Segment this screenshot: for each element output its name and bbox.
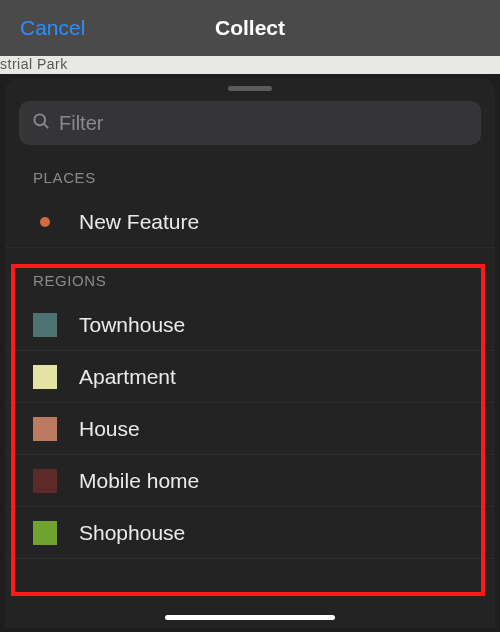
list-item-label: New Feature bbox=[79, 210, 199, 234]
swatch-icon bbox=[33, 365, 57, 389]
collect-sheet: PLACES New Feature REGIONS Townhouse Apa… bbox=[5, 78, 495, 628]
svg-line-1 bbox=[44, 124, 48, 128]
swatch-icon bbox=[33, 469, 57, 493]
list-item-label: Mobile home bbox=[79, 469, 199, 493]
section-header-regions: REGIONS bbox=[5, 266, 495, 299]
map-background: strial Park bbox=[0, 56, 500, 74]
titlebar: Cancel Collect bbox=[0, 0, 500, 56]
search-icon bbox=[31, 111, 51, 135]
list-item-label: Shophouse bbox=[79, 521, 185, 545]
page-title: Collect bbox=[215, 16, 285, 40]
list-item[interactable]: New Feature bbox=[5, 196, 495, 248]
list-item[interactable]: Mobile home bbox=[5, 455, 495, 507]
swatch-icon bbox=[33, 313, 57, 337]
list-item[interactable]: House bbox=[5, 403, 495, 455]
list-item-label: House bbox=[79, 417, 140, 441]
point-symbol-icon bbox=[33, 217, 57, 227]
list-item[interactable]: Shophouse bbox=[5, 507, 495, 559]
list-item[interactable]: Townhouse bbox=[5, 299, 495, 351]
filter-input[interactable] bbox=[59, 112, 469, 135]
list-item-label: Townhouse bbox=[79, 313, 185, 337]
filter-field[interactable] bbox=[19, 101, 481, 145]
list-item[interactable]: Apartment bbox=[5, 351, 495, 403]
home-indicator[interactable] bbox=[165, 615, 335, 620]
section-header-places: PLACES bbox=[5, 163, 495, 196]
list-item-label: Apartment bbox=[79, 365, 176, 389]
swatch-icon bbox=[33, 417, 57, 441]
sheet-grabber[interactable] bbox=[228, 86, 272, 91]
cancel-button[interactable]: Cancel bbox=[20, 16, 85, 40]
swatch-icon bbox=[33, 521, 57, 545]
